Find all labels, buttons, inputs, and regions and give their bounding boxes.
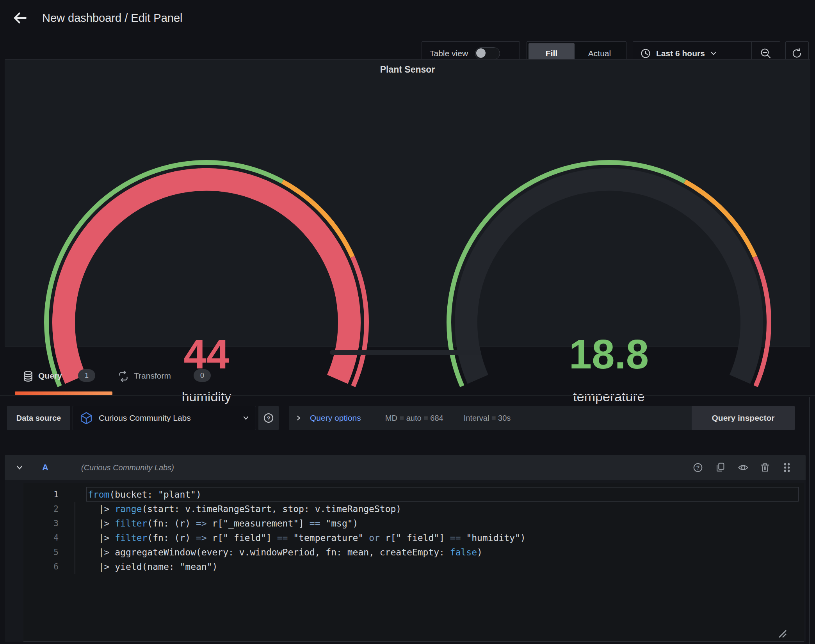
interval-text: Interval = 30s <box>464 414 511 423</box>
code-line: 2 |> range(start: v.timeRangeStart, stop… <box>23 502 804 516</box>
actual-mode-button[interactable]: Actual <box>575 49 625 58</box>
transform-count-badge: 0 <box>194 369 211 382</box>
toggle-visibility-button[interactable] <box>738 462 749 473</box>
code-line: 3 |> filter(fn: (r) => r["_measurement"]… <box>23 516 804 530</box>
svg-text:?: ? <box>267 415 270 422</box>
influxdb-datasource-icon <box>81 413 91 424</box>
database-icon <box>22 370 34 382</box>
query-help-button[interactable]: ? <box>692 462 703 473</box>
query-count-badge: 1 <box>78 369 95 382</box>
chevron-right-icon <box>297 416 300 420</box>
duplicate-query-button[interactable] <box>715 462 726 473</box>
code-line: 6 |> yield(name: "mean") <box>23 559 804 574</box>
eye-icon <box>738 465 747 470</box>
time-range-value: Last 6 hours <box>656 49 705 58</box>
chevron-down-icon <box>244 417 248 419</box>
clock-icon <box>642 50 650 58</box>
refresh-icon <box>793 49 801 57</box>
datasource-select[interactable]: Curious Community Labs <box>73 406 256 430</box>
flux-code-editor[interactable]: 1from(bucket: "plant")2 |> range(start: … <box>23 483 804 642</box>
drag-query-handle[interactable] <box>781 462 792 473</box>
grafana-edit-panel: New dashboard / Edit Panel Table view Fi… <box>0 0 815 644</box>
svg-text:?: ? <box>696 464 700 471</box>
svg-text:temperature: temperature <box>573 389 644 404</box>
toggle-knob <box>476 48 486 58</box>
datasource-selected-value: Curious Community Labs <box>99 413 236 423</box>
back-button[interactable] <box>12 9 29 27</box>
editor-resize-handle[interactable] <box>777 628 787 638</box>
query-options-strip: Query options MD = auto = 684 Interval =… <box>289 406 701 430</box>
copy-icon <box>717 463 724 471</box>
code-lines: 1from(bucket: "plant")2 |> range(start: … <box>23 487 804 574</box>
datasource-field-label: Data source <box>7 406 70 430</box>
scrollbar-track[interactable] <box>809 397 810 644</box>
table-view-toggle[interactable] <box>475 47 500 60</box>
gauge-temperature: 18.8temperature <box>408 73 810 346</box>
collapse-chevron-icon[interactable] <box>16 464 23 471</box>
panel-resize-handle[interactable] <box>330 350 481 355</box>
query-datasource-hint: (Curious Community Labs) <box>81 455 174 480</box>
code-line: 5 |> aggregateWindow(every: v.windowPeri… <box>23 545 804 559</box>
query-editor-row: A (Curious Community Labs) ? <box>5 455 806 642</box>
delete-query-button[interactable] <box>760 462 771 473</box>
page-title: New dashboard / Edit Panel <box>42 12 183 25</box>
gauges-container: 44humidity 18.8temperature <box>5 73 810 347</box>
tab-query[interactable]: Query <box>38 366 62 386</box>
svg-text:humidity: humidity <box>182 389 231 404</box>
active-tab-underline <box>15 391 112 395</box>
grip-dots-icon <box>781 462 792 473</box>
table-view-label: Table view <box>430 49 468 58</box>
magnifier-minus-icon <box>762 49 771 58</box>
transform-icon <box>117 370 130 382</box>
arrow-left-icon <box>15 13 26 23</box>
trash-icon <box>761 464 769 471</box>
code-line: 4 |> filter(fn: (r) => r["_field"] == "t… <box>23 530 804 545</box>
gauge-panel: Plant Sensor 44humidity 18.8temperature <box>5 59 810 347</box>
max-data-points-text: MD = auto = 684 <box>385 414 443 423</box>
query-ref-id: A <box>42 455 48 480</box>
tab-transform[interactable]: Transform <box>134 366 171 386</box>
code-line: 1from(bucket: "plant") <box>23 487 804 502</box>
tabbar-divider <box>0 395 815 396</box>
query-row-header[interactable]: A (Curious Community Labs) ? <box>5 455 806 480</box>
svg-text:18.8: 18.8 <box>569 331 649 377</box>
chevron-down-icon <box>712 52 715 55</box>
gauge-humidity: 44humidity <box>5 73 408 346</box>
query-options-toggle[interactable]: Query options <box>310 413 361 423</box>
query-inspector-button[interactable]: Query inspector <box>692 406 795 430</box>
datasource-help-button[interactable]: ? <box>258 406 279 430</box>
